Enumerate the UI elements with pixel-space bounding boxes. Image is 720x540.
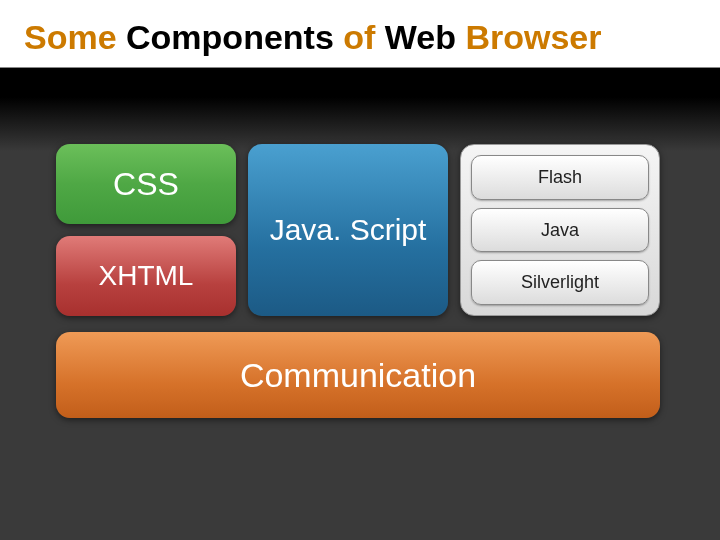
block-communication-label: Communication bbox=[240, 356, 476, 395]
block-xhtml-label: XHTML bbox=[99, 260, 194, 292]
block-communication: Communication bbox=[56, 332, 660, 418]
title-word-some: Some bbox=[24, 18, 126, 56]
plugin-silverlight-label: Silverlight bbox=[521, 272, 599, 293]
title-word-components: Components bbox=[126, 18, 343, 56]
block-javascript: Java. Script bbox=[248, 144, 448, 316]
plugin-flash: Flash bbox=[471, 155, 649, 200]
block-xhtml: XHTML bbox=[56, 236, 236, 316]
block-javascript-label: Java. Script bbox=[270, 213, 427, 247]
diagram-canvas: CSS XHTML Java. Script Flash Java Silver… bbox=[0, 68, 720, 528]
title-word-web: Web bbox=[385, 18, 466, 56]
plugin-silverlight: Silverlight bbox=[471, 260, 649, 305]
plugin-java: Java bbox=[471, 208, 649, 253]
plugin-java-label: Java bbox=[541, 220, 579, 241]
plugin-panel: Flash Java Silverlight bbox=[460, 144, 660, 316]
plugin-flash-label: Flash bbox=[538, 167, 582, 188]
title-word-browser: Browser bbox=[465, 18, 601, 56]
slide-title: Some Components of Web Browser bbox=[0, 0, 720, 68]
block-css-label: CSS bbox=[113, 166, 179, 203]
block-css: CSS bbox=[56, 144, 236, 224]
title-word-of: of bbox=[343, 18, 385, 56]
